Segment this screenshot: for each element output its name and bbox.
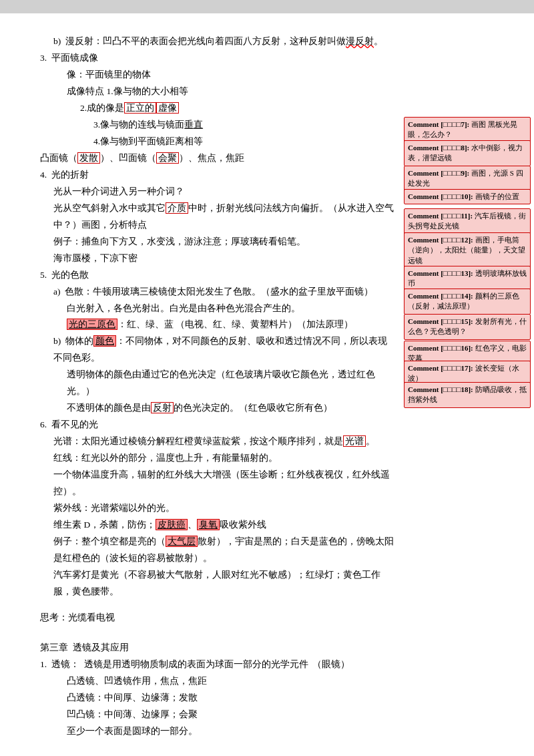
line-ch3-concave: 凹凸镜：中间薄、边缘厚；会聚 <box>67 707 394 723</box>
line-6-title: 6. 看不见的光 <box>40 417 394 433</box>
comment-7: Comment [□□□□7]: 画图 黑板光晃眼，怎么办？ <box>404 117 531 143</box>
highlight-three-colors: 光的三原色 <box>67 319 117 330</box>
line-6-spectrum: 光谱：太阳光通过棱镜分解程红橙黄绿蓝靛紫，按这个顺序排列，就是光谱。 <box>53 433 394 450</box>
comment-14: Comment [□□□□14]: 颜料的三原色（反射，减法原理） <box>404 289 531 315</box>
highlight-virtual2: 虚像 <box>156 102 179 114</box>
line-6-uv2: 维生素 D，杀菌，防伤；皮肤癌、臭氧吸收紫外线 <box>53 517 394 534</box>
comment-18: Comment [□□□□18]: 防晒品吸收，抵挡紫外线 <box>404 382 531 408</box>
comment-17-label: Comment [□□□□17]: <box>408 364 473 372</box>
highlight-skin: 皮肤癌 <box>156 519 188 530</box>
comment-8-label: Comment [□□□□8]: <box>408 144 469 152</box>
line-3-feature4: 4.像与物到平面镜距离相等 <box>93 134 394 150</box>
highlight-spectrum: 光谱 <box>343 435 366 447</box>
comment-10: Comment [□□□□10]: 画镜子的位置 <box>404 189 531 204</box>
comment-11: Comment [□□□□11]: 汽车后视镜，街头拐弯处反光镜 <box>404 208 531 234</box>
highlight-converge: 会聚 <box>156 152 179 164</box>
comment-12: Comment [□□□□12]: 画图，手电筒（逆向），太阳灶（能量），天文望… <box>404 232 531 268</box>
highlight-reflect: 反射 <box>151 402 174 413</box>
line-b-diffuse: b) 漫反射：凹凸不平的表面会把光线向着四面八方反射，这种反射叫做漫反射。 <box>53 33 394 50</box>
comment-12-label: Comment [□□□□12]: <box>408 236 473 244</box>
line-6-infrared: 红线：红光以外的部分，温度也上升，有能量辐射的。 <box>53 450 394 467</box>
line-6-fog: 汽车雾灯是黄光（不容易被大气散射，人眼对红光不敏感）；红绿灯；黄色工作服，黄色腰… <box>53 567 394 600</box>
line-5-white: 白光射入，各色光射出。白光是由各种色光混合产生的。 <box>67 301 394 317</box>
comment-9: Comment [□□□□9]: 画图，光源 S 四处发光 <box>404 166 531 192</box>
line-3-mirrors: 凸面镜（发散）、凹面镜（会聚）、焦点，焦距 <box>40 150 394 167</box>
line-think: 思考：光缆看电视 <box>40 610 394 626</box>
comment-8: Comment [□□□□8]: 水中倒影，视力表，潜望远镜 <box>404 140 531 166</box>
comment-18-label: Comment [□□□□18]: <box>408 385 473 393</box>
comment-13-label: Comment [□□□□13]: <box>408 269 473 277</box>
comment-13: Comment [□□□□13]: 透明玻璃杯放钱币 <box>404 266 531 292</box>
line-3-title: 3. 平面镜成像 <box>40 50 394 67</box>
line-5-three-colors: 光的三原色：红、绿、蓝 （电视、红、绿、黄塑料片）（加法原理） <box>67 317 394 333</box>
highlight-ozone: 臭氧 <box>197 519 220 530</box>
comment-15-label: Comment [□□□□15]: <box>408 317 473 325</box>
line-3-feature3: 3.像与物的连线与镜面垂直 <box>93 117 394 134</box>
line-chapter3: 第三章 透镜及其应用 <box>40 640 394 656</box>
line-4-examples2: 海市蜃楼，下凉下密 <box>53 250 394 267</box>
highlight-diverge: 发散 <box>77 152 100 164</box>
line-5-opaque: 不透明体的颜色是由反射的色光决定的。（红色吸收它所有色） <box>67 400 394 417</box>
line-4-def: 光从一种介词进入另一种介词？ <box>53 184 394 200</box>
line-3-feature2: 2.成的像是正立的虚像 <box>80 100 394 117</box>
highlight-object-color: 颜色 <box>93 335 116 347</box>
comment-10-text: 画镜子的位置 <box>475 192 519 200</box>
main-content: b) 漫反射：凹凸不平的表面会把光线向着四面八方反射，这种反射叫做漫反射。 3.… <box>40 27 394 740</box>
line-4-examples: 例子：捕鱼向下方又，水变浅，游泳注意；厚玻璃砖看铅笔。 <box>53 234 394 250</box>
comment-7-label: Comment [□□□□7]: <box>408 120 469 128</box>
line-5-a-title: a) 色散：牛顿用玻璃三棱镜使太阳光发生了色散。（盛水的盆子里放平面镜） <box>53 284 394 301</box>
line-5-title: 5. 光的色散 <box>40 267 394 284</box>
line-ch3-surface: 至少一个表面是圆球的一部分。 <box>67 723 394 740</box>
line-3-feature: 成像特点 1.像与物的大小相等 <box>67 83 394 100</box>
comment-9-label: Comment [□□□□9]: <box>408 169 469 177</box>
line-6-uv: 紫外线：光谱紫端以外的光。 <box>53 500 394 517</box>
comment-11-label: Comment [□□□□11]: <box>408 212 473 220</box>
line-4-rule: 光从空气斜射入水中或其它介质中时，折射光线问法线方向偏折。（从水进入空气中？）画… <box>53 200 394 234</box>
comment-10-label: Comment [□□□□10]: <box>408 192 473 200</box>
highlight-atmosphere: 大气层 <box>166 536 198 547</box>
line-ch3-convex2: 凸透镜：中间厚、边缘薄；发散 <box>67 690 394 707</box>
highlight-diffuse: 漫反射 <box>346 36 374 46</box>
highlight-medium: 介质 <box>166 202 188 214</box>
line-4-title: 4. 光的折射 <box>40 167 394 184</box>
line-3-object: 像：平面镜里的物体 <box>67 67 394 83</box>
line-5-b: b) 物体的颜色：不同物体，对不同颜色的反射、吸收和透过情况不同，所以表现不同色… <box>53 333 394 367</box>
line-ch3-convex1: 凸透镜、凹透镜作用，焦点，焦距 <box>67 673 394 690</box>
page: b) 漫反射：凹凸不平的表面会把光线向着四面八方反射，这种反射叫做漫反射。 3.… <box>0 13 534 756</box>
line-6-example: 例子：整个填空都是亮的（大气层散射），宇宙是黑的；白天是蓝色的，傍晚太阳是红橙色… <box>53 534 394 567</box>
line-5-transparent: 透明物体的颜色由通过它的色光决定（红色玻璃片吸收它颜色光，透过红色光。） <box>67 367 394 400</box>
comment-14-label: Comment [□□□□14]: <box>408 292 473 300</box>
comment-15: Comment [□□□□15]: 发射所有光，什么色？无色透明？ <box>404 314 531 340</box>
comment-16-label: Comment [□□□□16]: <box>408 344 473 352</box>
line-ch3-1: 1. 透镜： 透镜是用透明物质制成的表面为球面一部分的光学元件 （眼镜） <box>40 656 394 673</box>
line-6-infrared2: 一个物体温度升高，辐射的红外线大大增强（医生诊断；红外线夜视仪，红外线遥控）。 <box>53 467 394 500</box>
highlight-virtual: 正立的 <box>124 102 156 114</box>
highlight-perp: 垂直 <box>184 120 203 130</box>
